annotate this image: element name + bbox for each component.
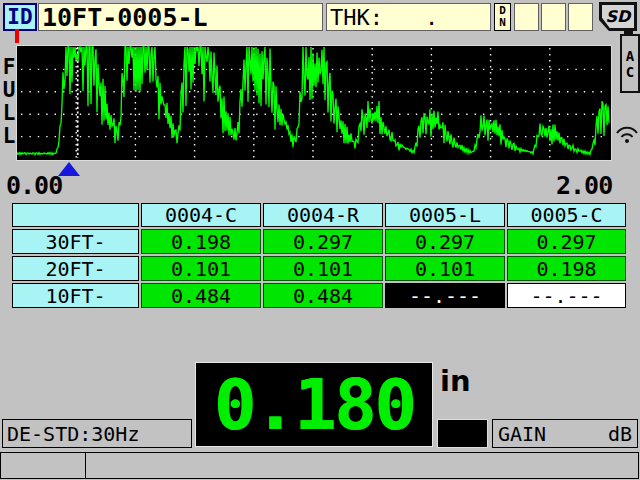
blank-indicator-box [437,419,488,448]
power-letter-a: A [626,48,634,64]
grid-cell[interactable]: 0.198 [141,229,261,254]
status-bar-right [85,452,639,479]
grid-cell-empty[interactable]: --.--- [507,283,626,308]
grid-cell[interactable]: 0.101 [385,256,505,281]
range-mode-label: F U L L [2,56,16,148]
full-letter: L [3,124,16,148]
thickness-reading-value: 0.180 [214,364,415,446]
grid-row-header[interactable]: 20FT- [12,256,139,281]
thickness-data-grid: 0004-C 0004-R 0005-L 0005-C 30FT- 0.198 … [12,203,626,308]
battery-body: A C [620,34,640,93]
full-letter: U [3,78,16,102]
full-letter: F [3,55,16,79]
gain-label: GAIN [498,422,546,446]
grid-corner-cell [12,203,139,227]
dn-letter-n: N [499,16,506,29]
status-bar-left [0,452,86,479]
status-slot-empty [568,3,593,31]
measure-mode-label: DE-STD:30Hz [2,419,192,448]
grid-cell[interactable]: 0.484 [263,283,383,308]
power-letter-c: C [626,64,634,80]
scale-max-label: 2.00 [556,171,612,200]
ascan-waveform-display [16,45,612,161]
thk-value: . [425,5,438,30]
grid-cell[interactable]: 0.101 [141,256,261,281]
grid-cell[interactable]: 0.198 [507,256,626,281]
grid-row-30ft: 30FT- 0.198 0.297 0.297 0.297 [12,229,626,254]
status-slot-empty [541,3,566,31]
grid-row-20ft: 20FT- 0.101 0.101 0.101 0.198 [12,256,626,281]
grid-cell[interactable]: 0.101 [263,256,383,281]
id-label: ID [3,3,37,31]
grid-row-10ft: 10FT- 0.484 0.484 --.--- --.--- [12,283,626,308]
gauge-screen: ID 10FT-0005-L THK: . D N SD F U L L A C [0,0,640,480]
grid-cell[interactable]: 0.297 [385,229,505,254]
thk-label: THK: [330,5,383,30]
grid-column-header[interactable]: 0005-C [507,203,626,227]
battery-ac-power-icon: A C [620,31,638,91]
grid-row-header[interactable]: 10FT- [12,283,139,308]
scale-min-label: 0.00 [6,171,62,200]
id-value-field[interactable]: 10FT-0005-L [38,3,323,31]
reading-unit-label: in [440,364,471,398]
grid-cell[interactable]: 0.297 [263,229,383,254]
status-slot-empty [514,3,539,31]
grid-column-header[interactable]: 0004-C [141,203,261,227]
gain-field: GAIN dB [492,419,638,448]
grid-cell-selected[interactable]: --.--- [385,283,505,308]
waveform-plot [17,46,611,160]
full-letter: L [3,101,16,125]
thickness-reading-display: 0.180 [195,362,433,447]
thickness-position-marker [58,162,80,176]
dn-indicator-icon: D N [494,3,511,31]
grid-cell[interactable]: 0.297 [507,229,626,254]
gate-start-marker [15,29,19,43]
sd-card-icon: SD [599,2,637,31]
grid-header-row: 0004-C 0004-R 0005-L 0005-C [12,203,626,227]
grid-column-header[interactable]: 0004-R [263,203,383,227]
thk-field: THK: . [326,3,491,31]
wireless-signal-icon [614,123,640,145]
gain-unit-label: dB [608,422,632,446]
grid-column-header[interactable]: 0005-L [385,203,505,227]
grid-cell[interactable]: 0.484 [141,283,261,308]
grid-row-header[interactable]: 30FT- [12,229,139,254]
